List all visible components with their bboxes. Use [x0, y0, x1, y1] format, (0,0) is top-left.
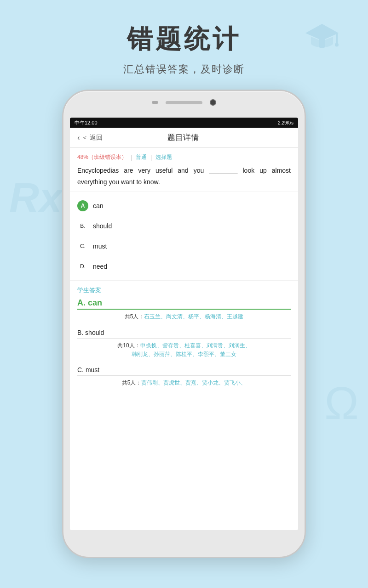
answer-count-B: 共10人： — [117, 342, 140, 349]
answer-count-C: 共5人： — [122, 379, 142, 386]
nav-bar: ‹ ＜ 返回 题目详情 — [70, 128, 298, 148]
question-text: Encyclopedias are very useful and you __… — [77, 165, 291, 188]
status-time: 中午12:00 — [75, 119, 98, 126]
answer-underline-A — [77, 309, 291, 310]
answer-underline-B — [77, 338, 291, 339]
option-circle-D: D. — [77, 261, 88, 272]
option-D: D. need — [77, 256, 291, 277]
phone-body: 中午12:00 2.29K/s ‹ ＜ 返回 题目详情 48%（班级错误率） | — [62, 90, 306, 558]
status-bar: 中午12:00 2.29K/s — [70, 118, 298, 128]
meta-divider: | — [131, 154, 132, 161]
answer-group-C: C. must 共5人：贾伟刚、贾虎世、贾熹、贾小龙、贾飞小、 — [77, 366, 291, 387]
answer-group-B: B. should 共10人：申换换、訾存贵、杜喜喜、刘满贵、刘润生、韩刚龙、孙… — [77, 329, 291, 359]
answers-title: 学生答案 — [77, 286, 291, 294]
answer-students-A: 共5人：石玉兰、尚文清、杨平、杨海清、王越建 — [77, 312, 291, 321]
answer-group-A: A. can 共5人：石玉兰、尚文清、杨平、杨海清、王越建 — [77, 298, 291, 321]
back-label: ＜ 返回 — [81, 134, 103, 142]
status-network: 2.29K/s — [278, 120, 293, 125]
option-text-A: can — [93, 202, 104, 209]
answer-label-C: C. must — [77, 366, 291, 373]
tag-normal: 普通 — [136, 153, 147, 161]
options-section: A can B. should C. must D. need — [70, 192, 298, 281]
option-circle-A: A — [77, 200, 88, 211]
answers-section: 学生答案 A. can 共5人：石玉兰、尚文清、杨平、杨海清、王越建 B. sh… — [70, 281, 298, 398]
error-rate: 48%（班级错误率） — [77, 153, 127, 161]
phone-screen: 中午12:00 2.29K/s ‹ ＜ 返回 题目详情 48%（班级错误率） | — [70, 118, 298, 530]
option-B: B. should — [77, 216, 291, 236]
back-chevron: ‹ — [77, 134, 80, 142]
nav-title: 题目详情 — [103, 132, 263, 143]
screen-content: 48%（班级错误率） | 普通 | 选择题 Encyclopedias are … — [70, 148, 298, 530]
option-text-D: need — [93, 263, 107, 270]
back-button[interactable]: ‹ ＜ 返回 — [77, 134, 103, 142]
page-title-sub: 汇总错误答案，及时诊断 — [0, 62, 368, 76]
tag-type: 选择题 — [155, 153, 172, 161]
option-C: C. must — [77, 236, 291, 256]
phone-top-bar — [152, 99, 216, 106]
answer-underline-C — [77, 375, 291, 376]
option-A: A can — [77, 196, 291, 216]
omega-decoration: Ω — [324, 377, 359, 430]
rx-decoration: Rx — [9, 175, 62, 222]
question-section: 48%（班级错误率） | 普通 | 选择题 Encyclopedias are … — [70, 148, 298, 192]
meta-divider2: | — [150, 154, 152, 161]
option-circle-C: C. — [77, 241, 88, 252]
phone-speaker-small — [152, 101, 158, 104]
phone-mockup: 中午12:00 2.29K/s ‹ ＜ 返回 题目详情 48%（班级错误率） | — [62, 90, 306, 558]
answer-label-A: A. can — [77, 298, 291, 308]
option-text-B: should — [93, 222, 112, 230]
answer-count-A: 共5人： — [125, 313, 144, 320]
answer-students-C: 共5人：贾伟刚、贾虎世、贾熹、贾小龙、贾飞小、 — [77, 379, 291, 387]
option-circle-B: B. — [77, 220, 88, 232]
question-meta: 48%（班级错误率） | 普通 | 选择题 — [77, 153, 291, 161]
page-title-main: 错题统计 — [0, 22, 368, 57]
phone-speaker-main — [166, 101, 202, 104]
answer-students-B: 共10人：申换换、訾存贵、杜喜喜、刘满贵、刘润生、韩刚龙、孙丽萍、陈桂平、李熙平… — [77, 341, 291, 359]
option-text-C: must — [93, 243, 107, 250]
page-header: 错题统计 汇总错误答案，及时诊断 — [0, 0, 368, 76]
answer-label-B: B. should — [77, 329, 291, 336]
phone-camera — [210, 99, 216, 106]
